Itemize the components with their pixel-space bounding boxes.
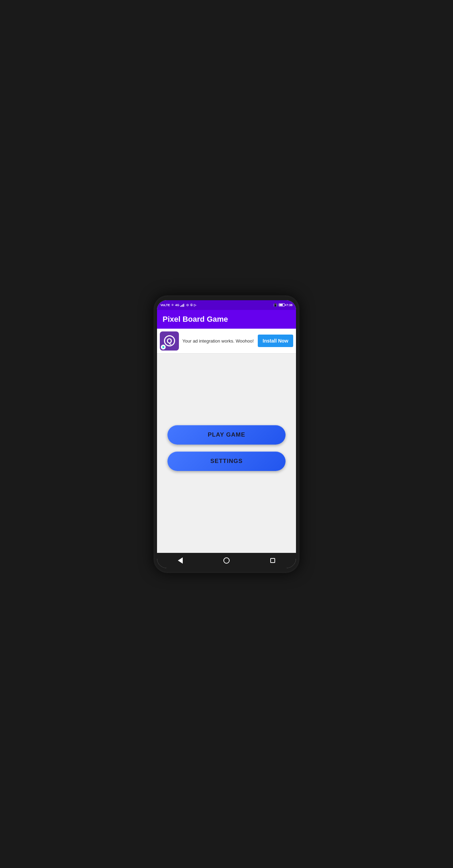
status-right: 📳 7:38	[273, 303, 293, 307]
status-bar: VoLTE D 4G ⊙ ① ▷ 📳 7:38	[157, 300, 296, 310]
ad-icon-circle: Q	[164, 335, 175, 346]
play-icon: ▷	[194, 303, 196, 307]
ad-play-triangle-icon	[163, 346, 165, 348]
app-title: Pixel Board Game	[163, 315, 228, 323]
phone-device: VoLTE D 4G ⊙ ① ▷ 📳 7:38	[154, 295, 299, 573]
main-content: PLAY GAME SETTINGS	[157, 354, 296, 553]
ad-app-icon: Q	[160, 331, 179, 351]
time-display: 7:38	[286, 303, 293, 307]
install-now-button[interactable]: Install Now	[258, 335, 293, 347]
ad-icon-letter: Q	[167, 337, 172, 344]
volte-indicator: VoLTE	[160, 303, 170, 307]
nav-back-button[interactable]	[174, 554, 187, 567]
phone-screen: VoLTE D 4G ⊙ ① ▷ 📳 7:38	[157, 300, 296, 568]
home-icon	[223, 557, 230, 564]
status-left: VoLTE D 4G ⊙ ① ▷	[160, 303, 196, 307]
cast-icon: ①	[190, 303, 193, 307]
ad-play-badge	[161, 345, 166, 349]
lte-indicator: 4G	[175, 303, 179, 307]
nav-bar	[157, 553, 296, 568]
play-game-button[interactable]: PLAY GAME	[167, 425, 286, 445]
nav-recents-button[interactable]	[266, 554, 279, 567]
signal-bars	[180, 303, 184, 307]
ad-banner[interactable]: Q Your ad integration works. Woohoo! Ins…	[157, 329, 296, 354]
settings-button[interactable]: SETTINGS	[167, 452, 286, 471]
network-indicator: D	[172, 304, 173, 306]
battery-icon	[279, 303, 285, 306]
nav-home-button[interactable]	[220, 554, 233, 567]
back-icon	[178, 557, 183, 564]
vibrate-icon: 📳	[273, 303, 277, 307]
ad-description-text: Your ad integration works. Woohoo!	[179, 338, 258, 344]
wifi-icon: ⊙	[186, 303, 189, 307]
app-bar: Pixel Board Game	[157, 310, 296, 329]
recents-icon	[270, 558, 275, 563]
